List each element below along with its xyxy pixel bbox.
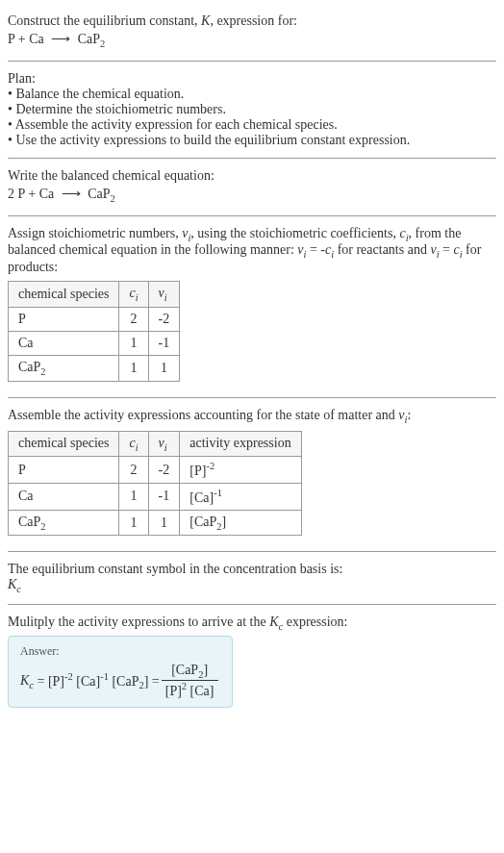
intro-section: Construct the equilibrium constant, K, e…	[8, 8, 496, 57]
table-cell: Ca	[9, 484, 119, 511]
table-row: CaP2 1 1 [CaP2]	[9, 510, 302, 536]
stoich-table: chemical species ci νi P 2 -2 Ca 1 -1 Ca…	[8, 281, 180, 382]
intro-equation: P + Ca ⟶ CaP2	[8, 29, 496, 51]
answer-equation: Kc = [P]-2 [Ca]-1 [CaP2] = [CaP2] [P]2 […	[20, 663, 220, 698]
stoich-text: Assign stoichiometric numbers, νi, using…	[8, 226, 496, 276]
divider	[8, 61, 496, 62]
table-cell: 1	[119, 355, 148, 381]
table-row: Ca 1 -1 [Ca]-1	[9, 484, 302, 511]
answer-lhs: Kc = [P]-2 [Ca]-1 [CaP2] =	[20, 671, 160, 690]
balanced-equation: 2 P + Ca ⟶ CaP2	[8, 184, 496, 206]
divider	[8, 215, 496, 216]
intro-text: Construct the equilibrium constant, K, e…	[8, 13, 496, 29]
multiply-section: Mulitply the activity expressions to arr…	[8, 609, 496, 713]
table-cell: P	[9, 307, 119, 331]
activity-heading: Assemble the activity expressions accoun…	[8, 408, 496, 425]
table-header: chemical species	[9, 431, 119, 457]
table-header: νi	[148, 282, 180, 308]
plan-item: • Use the activity expressions to build …	[8, 133, 496, 148]
table-cell: [CaP2]	[180, 510, 301, 536]
stoich-section: Assign stoichiometric numbers, νi, using…	[8, 220, 496, 393]
table-cell: 2	[119, 457, 148, 484]
table-cell: 1	[119, 331, 148, 355]
table-cell: -1	[148, 484, 180, 511]
table-header-row: chemical species ci νi	[9, 282, 180, 308]
activity-table: chemical species ci νi activity expressi…	[8, 431, 302, 537]
symbol-section: The equilibrium constant symbol in the c…	[8, 556, 496, 600]
table-cell: 1	[148, 510, 180, 536]
table-cell: -2	[148, 457, 180, 484]
multiply-heading: Mulitply the activity expressions to arr…	[8, 615, 496, 632]
table-cell: -2	[148, 307, 180, 331]
answer-label: Answer:	[20, 644, 220, 659]
activity-section: Assemble the activity expressions accoun…	[8, 402, 496, 548]
table-row: CaP2 1 1	[9, 355, 180, 381]
plan-item: • Balance the chemical equation.	[8, 87, 496, 102]
divider	[8, 551, 496, 552]
symbol-value: Kc	[8, 577, 496, 594]
table-cell: 1	[148, 355, 180, 381]
table-cell: 2	[119, 307, 148, 331]
table-cell: [Ca]-1	[180, 484, 301, 511]
table-cell: -1	[148, 331, 180, 355]
table-row: P 2 -2	[9, 307, 180, 331]
balanced-section: Write the balanced chemical equation: 2 …	[8, 163, 496, 212]
plan-item: • Assemble the activity expression for e…	[8, 117, 496, 133]
table-header: ci	[119, 282, 148, 308]
divider	[8, 604, 496, 605]
table-cell: P	[9, 457, 119, 484]
table-row: Ca 1 -1	[9, 331, 180, 355]
table-cell: 1	[119, 484, 148, 511]
divider	[8, 158, 496, 159]
table-header: ci	[119, 431, 148, 457]
plan-item: • Determine the stoichiometric numbers.	[8, 102, 496, 117]
table-cell: CaP2	[9, 510, 119, 536]
plan-heading: Plan:	[8, 71, 496, 87]
answer-fraction: [CaP2] [P]2 [Ca]	[162, 663, 218, 698]
table-header-row: chemical species ci νi activity expressi…	[9, 431, 302, 457]
plan-section: Plan: • Balance the chemical equation. •…	[8, 65, 496, 154]
symbol-heading: The equilibrium constant symbol in the c…	[8, 562, 496, 577]
table-row: P 2 -2 [P]-2	[9, 457, 302, 484]
table-header: chemical species	[9, 282, 119, 308]
fraction-numerator: [CaP2]	[162, 663, 218, 681]
table-cell: Ca	[9, 331, 119, 355]
answer-box: Answer: Kc = [P]-2 [Ca]-1 [CaP2] = [CaP2…	[8, 636, 233, 707]
table-cell: CaP2	[9, 355, 119, 381]
table-cell: [P]-2	[180, 457, 301, 484]
table-header: νi	[148, 431, 180, 457]
balanced-heading: Write the balanced chemical equation:	[8, 168, 496, 184]
fraction-denominator: [P]2 [Ca]	[162, 681, 218, 699]
divider	[8, 397, 496, 398]
table-cell: 1	[119, 510, 148, 536]
table-header: activity expression	[180, 431, 301, 457]
